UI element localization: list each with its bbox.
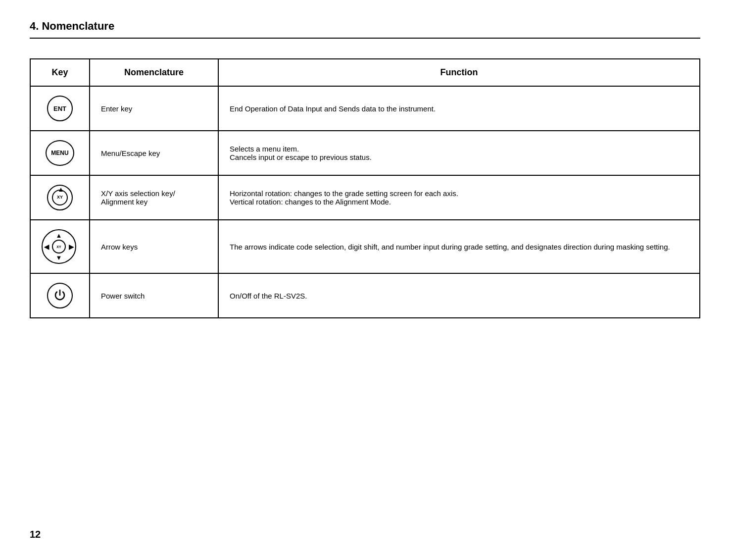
arrow-down-icon: ▼ [56,254,62,261]
nomenclature-table: Key Nomenclature Function ENT Enter key … [30,58,700,318]
arrow-left-icon: ◀ [44,243,49,251]
page-heading: 4. Nomenclature [30,20,700,39]
table-row: Power switch On/Off of the RL-SV2S. [30,273,700,318]
nomenclature-cell-arrows: Arrow keys [90,220,218,273]
power-svg-icon [53,289,67,303]
function-cell-arrows: The arrows indicate code selection, digi… [218,220,700,273]
xy-key-icon: XY [47,185,73,210]
menu-label: MENU [51,150,68,156]
page-number: 12 [30,529,41,540]
key-cell-ent: ENT [30,86,90,131]
header-nomenclature: Nomenclature [90,59,218,86]
function-cell-ent: End Operation of Data Input and Sends da… [218,86,700,131]
ent-key-icon: ENT [47,96,73,121]
nomenclature-table-wrapper: Key Nomenclature Function ENT Enter key … [30,58,700,318]
nomenclature-cell-power: Power switch [90,273,218,318]
function-cell-menu: Selects a menu item.Cancels input or esc… [218,131,700,175]
key-cell-menu: MENU [30,131,90,175]
arrow-keys-icon: ▲ ▼ ◀ ▶ XY [42,229,76,264]
nomenclature-cell-ent: Enter key [90,86,218,131]
arrow-center-icon: XY [52,240,66,254]
arrow-right-icon: ▶ [69,243,74,251]
key-cell-arrows: ▲ ▼ ◀ ▶ XY [30,220,90,273]
header-key: Key [30,59,90,86]
function-cell-power: On/Off of the RL-SV2S. [218,273,700,318]
menu-key-icon: MENU [46,140,74,166]
xy-arrows-svg [48,186,74,211]
table-row: MENU Menu/Escape key Selects a menu item… [30,131,700,175]
function-cell-xy: Horizontal rotation: changes to the grad… [218,175,700,220]
svg-marker-0 [59,188,63,192]
power-key-icon [47,283,73,308]
key-cell-power [30,273,90,318]
key-cell-xy: XY [30,175,90,220]
arrow-center-label: XY [56,245,61,249]
table-row: ENT Enter key End Operation of Data Inpu… [30,86,700,131]
header-function: Function [218,59,700,86]
nomenclature-cell-xy: X/Y axis selection key/Alignment key [90,175,218,220]
arrow-up-icon: ▲ [56,232,62,239]
table-row: XY X/Y axis selection key/Alignment key … [30,175,700,220]
table-row: ▲ ▼ ◀ ▶ XY Arrow keys The arrows indicat… [30,220,700,273]
ent-label: ENT [53,105,66,112]
table-header-row: Key Nomenclature Function [30,59,700,86]
nomenclature-cell-menu: Menu/Escape key [90,131,218,175]
